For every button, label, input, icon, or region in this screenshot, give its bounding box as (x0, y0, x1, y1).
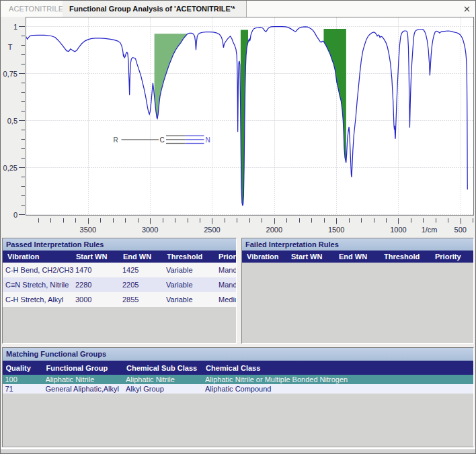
matching-groups-header-row: QualityFunctional GroupChemical Sub Clas… (3, 361, 473, 375)
matching-groups-body: 100Aliphatic NitrileAliphatic NitrileAli… (3, 375, 473, 394)
table-row[interactable]: 100Aliphatic NitrileAliphatic NitrileAli… (3, 375, 473, 384)
table-cell: Aliphatic Compound (205, 384, 473, 394)
tab-acetonitrile[interactable]: ACETONITRILE (1, 1, 63, 17)
y-tick-label: 1 (13, 23, 17, 31)
table-cell: Aliphatic Nitrile or Multiple Bonded Nit… (205, 375, 473, 384)
table-row[interactable]: C-H Stretch, Alkyl30002855VariableMedium (3, 292, 236, 307)
y-axis-title: T (8, 43, 13, 51)
passed-rules-panel: Passed Interpretation Rules VibrationSta… (2, 238, 237, 344)
x-tick-label: 1000 (390, 226, 406, 234)
failed-rules-panel: Failed Interpretation Rules VibrationSta… (241, 238, 474, 344)
y-tick-label: 0,75 (3, 70, 17, 78)
tab-bar: ACETONITRILE Functional Group Analysis o… (1, 1, 475, 17)
failed-rules-header-row: VibrationStart WNEnd WNThresholdPriority (242, 251, 473, 263)
y-tick-label: 0 (13, 211, 17, 219)
atom-label-c: C (159, 136, 164, 144)
atom-label-r: R (113, 136, 118, 144)
app-window: ACETONITRILE Functional Group Analysis o… (0, 0, 476, 454)
ir-spectrum-chart[interactable]: 3500300025002000150010005001/cm00,250,50… (1, 17, 475, 236)
table-row[interactable]: C≡N Stretch, Nitrile22802205VariableMand… (3, 277, 236, 292)
table-cell: Mandatory (219, 277, 236, 292)
y-tick-label: 0,25 (3, 164, 17, 172)
bottom-margin (1, 449, 475, 453)
x-tick-label: 3000 (142, 226, 158, 234)
y-tick-label: 0,5 (7, 117, 17, 125)
passed-rules-title: Passed Interpretation Rules (3, 238, 236, 251)
atom-label-n: N (205, 136, 210, 144)
passed-rules-header-row: VibrationStart WNEnd WNThresholdPriority (3, 251, 236, 263)
table-row[interactable]: 71General Aliphatic,AlkylAlkyl GroupAlip… (3, 384, 473, 394)
table-row[interactable]: C-H Bend, CH2/CH314701425VariableMandato… (3, 263, 236, 277)
plot-area (26, 17, 474, 216)
close-icon[interactable] (463, 5, 471, 13)
x-tick-label: 2500 (204, 226, 220, 234)
column-header-chemical-class[interactable]: Chemical Class (206, 361, 473, 375)
matching-groups-title: Matching Functional Groups (3, 348, 473, 361)
passed-rules-body: C-H Bend, CH2/CH314701425VariableMandato… (3, 263, 236, 307)
failed-rules-title: Failed Interpretation Rules (242, 238, 473, 251)
spectrum-panel: 3500300025002000150010005001/cm00,250,50… (1, 17, 475, 236)
x-tick-label: 2000 (266, 226, 282, 234)
tab-functional-group-analysis[interactable]: Functional Group Analysis of 'ACETONITRI… (63, 1, 247, 17)
table-cell: Medium (219, 292, 236, 307)
x-tick-label: 1500 (328, 226, 344, 234)
x-tick-label: 3500 (80, 226, 96, 234)
x-axis-unit-label: 1/cm (422, 226, 438, 234)
x-tick-label: 500 (454, 226, 467, 234)
table-cell: Mandatory (219, 263, 236, 277)
tab-separator (246, 1, 247, 17)
matching-groups-panel: Matching Functional Groups QualityFuncti… (2, 347, 474, 447)
column-header-priority[interactable]: Priority (435, 251, 473, 263)
column-header-priority[interactable]: Priority (219, 251, 236, 263)
